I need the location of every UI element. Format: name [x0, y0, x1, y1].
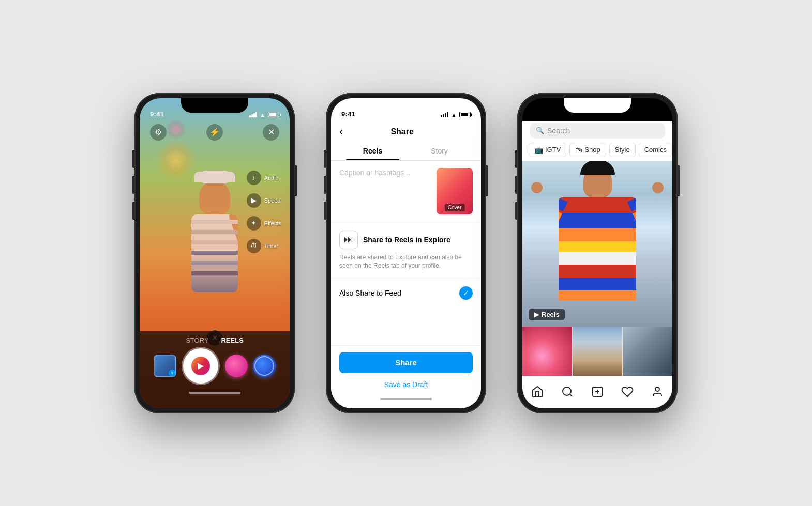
explore-row: ⏭ Share to Reels in Explore: [339, 231, 473, 249]
notch-1: [181, 98, 248, 113]
grid-cell-2[interactable]: [573, 327, 622, 376]
filter-tab-shop[interactable]: 🛍 Shop: [569, 143, 606, 157]
cover-label: Cover: [445, 204, 465, 211]
camera-right-menu: ♪ Audio ▶ Speed ✦ Effects ⏱ Timer: [247, 171, 281, 253]
back-button[interactable]: ‹: [339, 125, 343, 139]
reels-badge-label: Reels: [542, 311, 560, 318]
gallery-thumbnail[interactable]: 1: [154, 355, 176, 377]
comics-label: Comics: [644, 146, 667, 154]
home-indicator-1: [140, 388, 290, 398]
share-footer: Share Save as Draft: [331, 345, 481, 408]
wifi-icon-1: ▲: [260, 112, 265, 118]
share-tabs: Reels Story: [339, 143, 473, 160]
reels-explore-icon: ⏭: [339, 231, 358, 249]
status-icons-3: ▲: [632, 112, 662, 118]
bottom-nav: [522, 376, 672, 408]
tab-reels[interactable]: Reels: [339, 143, 406, 160]
home-bar-2: [380, 398, 432, 400]
wifi-icon-2: ▲: [451, 112, 457, 118]
also-share-toggle[interactable]: ✓: [459, 286, 473, 300]
close-btn-1[interactable]: ✕: [263, 124, 279, 141]
explore-search-bar: 🔍 Search: [522, 121, 672, 143]
settings-icon: ⚙: [155, 127, 162, 137]
share-screen-title: Share: [349, 127, 455, 136]
add-nav-btn[interactable]: [587, 381, 608, 402]
explore-text: Share to Reels in Explore: [363, 236, 450, 244]
speed-icon: ▶: [247, 193, 261, 208]
speed-menu-item[interactable]: ▶ Speed: [247, 193, 281, 208]
share-explore-section: ⏭ Share to Reels in Explore Reels are sh…: [331, 222, 481, 279]
camera-mode-tabs: STORY REELS: [140, 331, 290, 348]
status-time-1: 9:41: [150, 110, 164, 118]
also-share-label: Also Share to Feed: [339, 289, 459, 297]
explore-filter-tabs: 📺 IGTV 🛍 Shop Style Comics TV & Movi: [522, 143, 672, 161]
settings-btn[interactable]: ⚙: [150, 124, 167, 141]
home-nav-btn[interactable]: [527, 381, 548, 402]
search-icon: 🔍: [536, 127, 544, 134]
flash-btn[interactable]: ⚡: [206, 124, 223, 141]
caption-row: Caption or hashtags... Cover: [331, 161, 481, 222]
timer-label: Timer: [264, 243, 279, 249]
share-header: ‹ Share Reels Story: [331, 121, 481, 161]
effects-label: Effects: [264, 220, 281, 226]
notch-2: [372, 98, 440, 113]
speed-label: Speed: [264, 197, 281, 204]
shutter-button[interactable]: ▶: [183, 348, 218, 384]
audio-label: Audio: [264, 175, 279, 181]
explore-title: Share to Reels in Explore: [363, 236, 450, 244]
search-placeholder: Search: [547, 127, 570, 135]
status-time-2: 9:41: [341, 110, 355, 118]
effects-icon: ✦: [247, 216, 261, 231]
phone-1-camera: 9:41 ▲: [134, 93, 295, 413]
igtv-icon: 📺: [534, 146, 543, 154]
signal-icon-3: [632, 112, 640, 117]
search-input-box[interactable]: 🔍 Search: [530, 123, 665, 139]
svg-point-0: [563, 387, 571, 395]
filter-tab-comics[interactable]: Comics: [639, 143, 672, 157]
filter-tab-style[interactable]: Style: [609, 143, 636, 157]
grid-cell-3[interactable]: [623, 327, 672, 376]
share-button[interactable]: Share: [339, 352, 473, 373]
profile-nav-btn[interactable]: [647, 381, 668, 402]
effects-menu-item[interactable]: ✦ Effects: [247, 216, 281, 231]
reels-mode-tab[interactable]: REELS: [221, 336, 243, 344]
wifi-icon-3: ▲: [642, 112, 648, 118]
reels-shutter-icon: ▶: [191, 357, 210, 375]
status-icons-1: ▲: [249, 112, 279, 118]
camera-top-controls: ⚙ ⚡ ✕: [140, 124, 290, 141]
signal-icon-2: [441, 112, 448, 117]
status-icons-2: ▲: [441, 112, 471, 118]
svg-point-5: [655, 387, 659, 391]
timer-icon: ⏱: [247, 239, 261, 253]
share-spacer: [331, 307, 481, 345]
home-bar-1: [189, 392, 240, 394]
filter-tab-igtv[interactable]: 📺 IGTV: [529, 143, 566, 157]
status-time-3: 9:41: [533, 110, 547, 118]
battery-icon-1: [268, 112, 279, 117]
gallery-badge: 1: [169, 370, 176, 377]
reels-badge: ▶ Reels: [529, 309, 565, 320]
flash-icon: ⚡: [209, 127, 220, 137]
search-nav-btn[interactable]: [557, 381, 578, 402]
explore-description: Reels are shared to Explore and can also…: [339, 253, 473, 271]
likes-nav-btn[interactable]: [617, 381, 638, 402]
caption-input[interactable]: Caption or hashtags...: [339, 168, 430, 194]
effect-blue[interactable]: [253, 355, 276, 377]
audio-menu-item[interactable]: ♪ Audio: [247, 171, 281, 185]
tab-story[interactable]: Story: [406, 143, 473, 160]
home-indicator-2: [339, 394, 473, 404]
signal-icon-1: [249, 112, 257, 117]
grid-cell-1[interactable]: [522, 327, 572, 376]
camera-bottom-controls: STORY REELS 1 ▶: [140, 331, 290, 408]
timer-menu-item[interactable]: ⏱ Timer: [247, 239, 281, 253]
cover-thumbnail[interactable]: Cover: [437, 168, 473, 214]
phone-2-share: 9:41 ▲ ‹ Share Reels Story: [326, 93, 486, 413]
story-mode-tab[interactable]: STORY: [186, 336, 208, 344]
save-draft-button[interactable]: Save as Draft: [339, 375, 473, 394]
igtv-label: IGTV: [545, 146, 561, 154]
effect-pink[interactable]: [225, 355, 248, 377]
shutter-row: 1 ▶: [140, 348, 290, 384]
also-share-row[interactable]: Also Share to Feed ✓: [331, 279, 481, 307]
caption-placeholder: Caption or hashtags...: [339, 168, 410, 177]
phone-3-explore: 9:41 ▲ 🔍 Search 📺 IGTV: [517, 93, 678, 413]
